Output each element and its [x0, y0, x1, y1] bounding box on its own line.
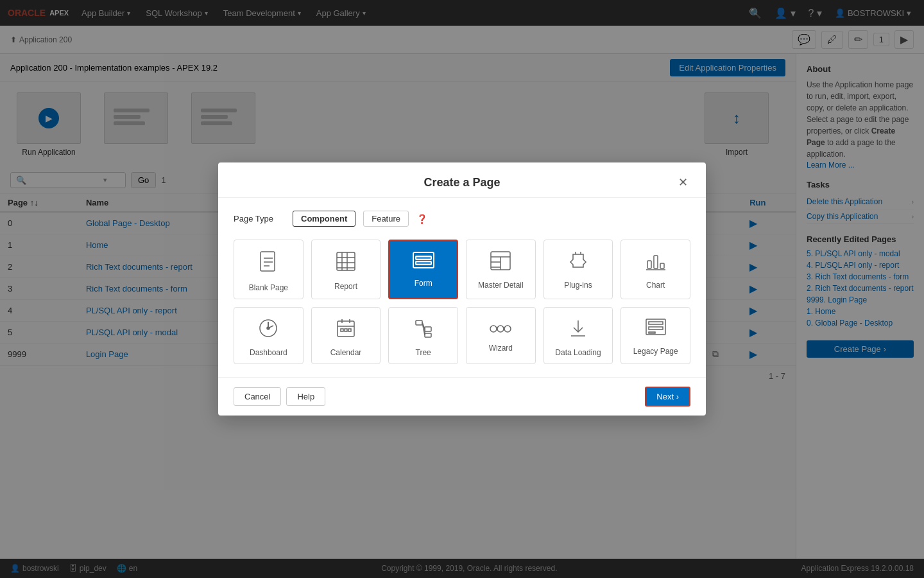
icon-legacy-page[interactable]: Legacy Page [620, 307, 690, 364]
svg-rect-0 [261, 252, 275, 271]
calendar-icon [336, 318, 356, 343]
icon-report[interactable]: Report [311, 240, 381, 299]
data-loading-icon [569, 318, 588, 343]
svg-point-25 [267, 327, 270, 329]
dashboard-label: Dashboard [250, 348, 287, 357]
icon-plugins[interactable]: Plug-ins [543, 240, 613, 299]
chart-icon [645, 250, 667, 276]
icon-form[interactable]: Form [388, 240, 458, 299]
modal-title: Create a Page [386, 176, 538, 189]
icon-chart[interactable]: Chart [620, 240, 690, 299]
svg-point-41 [504, 326, 511, 332]
icon-data-loading[interactable]: Data Loading [543, 307, 613, 364]
report-label: Report [334, 282, 357, 291]
blank-page-label: Blank Page [249, 283, 288, 292]
wizard-icon [490, 318, 511, 338]
svg-rect-48 [649, 327, 663, 329]
icon-tree[interactable]: Tree [388, 307, 458, 364]
cancel-button[interactable]: Cancel [234, 387, 281, 406]
icon-calendar[interactable]: Calendar [311, 307, 381, 364]
svg-rect-20 [647, 261, 651, 268]
modal-footer: Cancel Help Next › [218, 377, 706, 416]
create-page-modal: Create a Page ✕ Page Type Component Feat… [218, 162, 706, 416]
modal-overlay: Create a Page ✕ Page Type Component Feat… [0, 0, 924, 578]
master-detail-label: Master Detail [478, 281, 524, 290]
plugins-label: Plug-ins [564, 281, 592, 290]
tree-icon [413, 318, 434, 343]
plugins-icon [568, 250, 588, 276]
svg-rect-34 [425, 327, 431, 331]
help-button[interactable]: Help [286, 387, 325, 406]
page-type-label: Page Type [234, 214, 285, 223]
svg-rect-33 [416, 320, 422, 325]
chart-label: Chart [646, 281, 665, 290]
icon-grid-row2: Dashboard [234, 307, 690, 364]
svg-rect-49 [649, 332, 655, 333]
svg-point-40 [497, 326, 504, 332]
report-icon [335, 250, 357, 277]
svg-point-39 [490, 326, 497, 332]
svg-rect-47 [649, 322, 663, 324]
page-type-row: Page Type Component Feature ❓ [234, 211, 690, 227]
master-detail-icon [490, 250, 511, 276]
modal-body: Page Type Component Feature ❓ [218, 198, 706, 377]
dashboard-icon [258, 318, 278, 343]
icon-wizard[interactable]: Wizard [466, 307, 536, 364]
svg-rect-32 [348, 329, 351, 331]
svg-rect-30 [341, 329, 343, 331]
data-loading-label: Data Loading [555, 348, 601, 357]
calendar-label: Calendar [330, 348, 362, 357]
form-label: Form [415, 279, 432, 288]
legacy-page-icon [645, 318, 667, 342]
modal-close-btn[interactable]: ✕ [676, 175, 690, 189]
icon-blank-page[interactable]: Blank Page [234, 240, 304, 299]
svg-rect-22 [660, 263, 664, 268]
svg-rect-35 [425, 333, 431, 337]
svg-rect-11 [416, 256, 431, 259]
icon-dashboard[interactable]: Dashboard [234, 307, 304, 364]
svg-rect-31 [345, 329, 347, 331]
icon-grid-row1: Blank Page Report [234, 240, 690, 299]
form-icon [412, 251, 435, 274]
tab-component[interactable]: Component [293, 211, 355, 227]
icon-master-detail[interactable]: Master Detail [466, 240, 536, 299]
next-button[interactable]: Next › [645, 387, 690, 407]
svg-rect-12 [416, 261, 431, 265]
wizard-label: Wizard [489, 344, 513, 353]
blank-page-icon [258, 250, 278, 278]
svg-rect-21 [654, 256, 658, 268]
tree-label: Tree [416, 348, 431, 357]
page-type-help-icon[interactable]: ❓ [416, 214, 427, 224]
legacy-page-label: Legacy Page [633, 347, 678, 356]
tab-feature[interactable]: Feature [363, 211, 409, 227]
modal-header: Create a Page ✕ [218, 162, 706, 198]
